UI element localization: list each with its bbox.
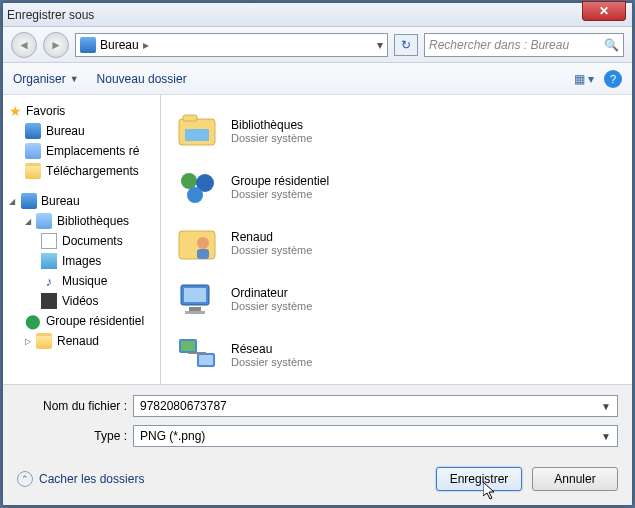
sidebar-item-bureau[interactable]: Bureau [5,121,158,141]
list-item[interactable]: BibliothèquesDossier système [171,103,622,159]
svg-rect-11 [189,307,201,311]
sidebar-item-homegroup[interactable]: ⬤Groupe résidentiel [5,311,158,331]
homegroup-icon [175,167,219,207]
sidebar-item-music[interactable]: ♪Musique [5,271,158,291]
list-item[interactable]: RéseauDossier système [171,327,622,383]
sidebar-item-renaud[interactable]: ▷Renaud [5,331,158,351]
svg-rect-8 [197,249,209,259]
window-title: Enregistrer sous [7,8,94,22]
chevron-down-icon: ▼ [70,74,79,84]
libraries-icon [175,111,219,151]
svg-rect-16 [199,355,213,365]
sidebar-item-images[interactable]: Images [5,251,158,271]
user-folder-icon [36,333,52,349]
svg-point-3 [181,173,197,189]
desktop-icon [80,37,96,53]
sidebar-item-videos[interactable]: Vidéos [5,291,158,311]
file-fields: Nom du fichier : 9782080673787 ▼ Type : … [3,384,632,457]
refresh-button[interactable]: ↻ [394,34,418,56]
document-icon [41,233,57,249]
video-icon [41,293,57,309]
address-bar[interactable]: Bureau ▸ ▾ [75,33,388,57]
music-icon: ♪ [41,273,57,289]
filetype-select[interactable]: PNG (*.png) ▼ [133,425,618,447]
hide-folders-button[interactable]: ⌃ Cacher les dossiers [17,471,144,487]
image-icon [41,253,57,269]
save-as-dialog: Enregistrer sous ✕ ◄ ► Bureau ▸ ▾ ↻ Rech… [2,2,633,506]
desktop-icon [21,193,37,209]
filename-label: Nom du fichier : [17,399,127,413]
titlebar: Enregistrer sous ✕ [3,3,632,27]
svg-rect-12 [185,311,205,314]
sidebar-item-documents[interactable]: Documents [5,231,158,251]
recent-icon [25,143,41,159]
back-button[interactable]: ◄ [11,32,37,58]
svg-rect-15 [181,341,195,351]
svg-point-7 [197,237,209,249]
sidebar-item-downloads[interactable]: Téléchargements [5,161,158,181]
chevron-right-icon: ▸ [143,38,149,52]
save-button[interactable]: Enregistrer [436,467,522,491]
sidebar-favorites[interactable]: ★ Favoris [5,101,158,121]
view-options-button[interactable]: ▦ ▾ [574,72,594,86]
filename-input[interactable]: 9782080673787 ▼ [133,395,618,417]
svg-rect-10 [184,288,206,302]
new-folder-button[interactable]: Nouveau dossier [97,72,187,86]
svg-point-5 [187,187,203,203]
navbar: ◄ ► Bureau ▸ ▾ ↻ Rechercher dans : Burea… [3,27,632,63]
forward-button[interactable]: ► [43,32,69,58]
group-icon: ⬤ [25,313,41,329]
chevron-up-icon: ⌃ [17,471,33,487]
filetype-label: Type : [17,429,127,443]
close-button[interactable]: ✕ [582,1,626,21]
svg-rect-2 [185,129,209,141]
footer: ⌃ Cacher les dossiers Enregistrer Annule… [3,457,632,505]
folder-icon [25,163,41,179]
address-dropdown-icon[interactable]: ▾ [377,38,383,52]
help-button[interactable]: ? [604,70,622,88]
desktop-icon [25,123,41,139]
computer-icon [175,279,219,319]
user-folder-icon [175,223,219,263]
sidebar-desktop[interactable]: Bureau [5,191,158,211]
chevron-down-icon[interactable]: ▼ [601,431,611,442]
address-location: Bureau [100,38,139,52]
chevron-down-icon[interactable]: ▼ [601,401,611,412]
sidebar-item-libraries[interactable]: ◢Bibliothèques [5,211,158,231]
sidebar-item-recent[interactable]: Emplacements ré [5,141,158,161]
cursor-icon [483,482,497,500]
libraries-icon [36,213,52,229]
list-item[interactable]: OrdinateurDossier système [171,271,622,327]
network-icon [175,335,219,375]
star-icon: ★ [9,103,22,119]
search-input[interactable]: Rechercher dans : Bureau 🔍 [424,33,624,57]
organize-menu[interactable]: Organiser ▼ [13,72,79,86]
search-placeholder: Rechercher dans : Bureau [429,38,569,52]
svg-rect-1 [183,115,197,121]
sidebar: ★ Favoris Bureau Emplacements ré Télécha… [3,95,161,384]
cancel-button[interactable]: Annuler [532,467,618,491]
list-item[interactable]: Groupe résidentielDossier système [171,159,622,215]
list-item[interactable]: RenaudDossier système [171,215,622,271]
search-icon: 🔍 [604,38,619,52]
toolbar: Organiser ▼ Nouveau dossier ▦ ▾ ? [3,63,632,95]
file-list: BibliothèquesDossier système Groupe rési… [161,95,632,384]
